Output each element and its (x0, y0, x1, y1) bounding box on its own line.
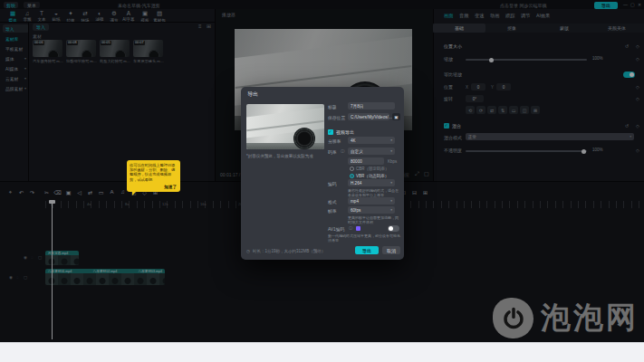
video-export-checkbox[interactable]: ✓ (328, 129, 333, 135)
bitrate-value: 自定义 (351, 149, 363, 154)
codec-label: 编码 (328, 181, 337, 186)
clock-icon: ◷ (246, 249, 250, 254)
bitrate-select[interactable]: 自定义▾ (348, 148, 395, 155)
export-confirm-label: 导出 (362, 248, 371, 253)
format-value: mp4 (351, 199, 359, 204)
format-label: 格式 (328, 199, 337, 205)
export-cancel-button[interactable]: 取消 (382, 246, 400, 254)
export-preview (246, 104, 324, 149)
title-field[interactable]: 7月8日 (348, 102, 395, 110)
windows-taskbar: 大风预警 12°C 搜索 ∧ 英 13:37 2023/3/28 (0, 342, 644, 362)
dialog-title: 导出 (247, 91, 258, 98)
av1-hint: 新一代编码格式压缩率更高，部分设备可能无法播放 (328, 233, 400, 243)
radio-on-icon (350, 174, 354, 178)
info-icon: ⓘ (349, 226, 353, 232)
preview-caption: *封面仅供预览，导出效果以实际为准 (246, 154, 313, 159)
codec-select[interactable]: H.264▾ (348, 179, 395, 186)
chevron-down-icon: ▾ (390, 208, 392, 212)
resolution-label: 分辨率 (328, 138, 341, 144)
cbr-label: CBR（固定码率） (356, 167, 389, 172)
codec-hint: 兼容性最好的编码格式，适合在各类设备和平台上播放 (348, 188, 400, 197)
fps-value: 60fps (351, 208, 360, 213)
vbr-radio[interactable]: VBR（动态码率） (350, 174, 389, 179)
export-cancel-label: 取消 (387, 248, 396, 253)
format-select[interactable]: mp4▾ (348, 197, 395, 205)
paopao-watermark: 泡泡网 (493, 298, 639, 338)
fps-label: 帧率 (328, 208, 337, 214)
radio-off-icon (350, 167, 354, 171)
power-logo-icon (493, 298, 533, 338)
export-meta: 时长：1分19秒，大小约312MB（预估） (253, 249, 325, 254)
onboarding-tooltip: 你可以在时间线上整理已添加的素材：分割、删除、调整顺序，快速完成视频粗剪，试试看… (127, 160, 180, 192)
tooltip-got-it-button[interactable]: 知道了 (164, 185, 177, 189)
codec-value: H.264 (351, 181, 361, 186)
tooltip-text: 你可以在时间线上整理已添加的素材：分割、删除、调整顺序，快速完成视频粗剪，试试看… (130, 163, 178, 182)
fps-select[interactable]: 60fps▾ (348, 206, 395, 214)
path-label: 保存位置 (328, 115, 345, 120)
kbps-value: 80000 (351, 159, 362, 164)
title-value: 7月8日 (351, 104, 363, 109)
video-export-label: 视频导出 (336, 129, 354, 135)
av1-toggle[interactable] (388, 225, 399, 232)
path-value: C:/Users/My/Videos/… (351, 115, 392, 119)
fps-hint: 更高的帧率让画面更加流畅，同时增大文件体积 (348, 215, 400, 224)
bitrate-label: 码率 (328, 149, 337, 155)
chevron-down-icon: ▾ (390, 138, 392, 142)
bitrate-input[interactable]: 80000 (348, 157, 384, 165)
chevron-down-icon: ▾ (390, 181, 392, 185)
folder-icon: ▣ (394, 115, 398, 119)
title-label: 标题 (328, 104, 337, 110)
watermark-text: 泡泡网 (541, 298, 639, 338)
resolution-value: 4K (351, 138, 356, 143)
browse-folder-button[interactable]: ▣ (392, 113, 400, 120)
power-icon (502, 307, 525, 330)
check-icon: ✓ (329, 129, 332, 134)
chevron-down-icon: ▾ (390, 199, 392, 203)
chevron-down-icon: ▾ (390, 149, 392, 153)
info-icon: ⓘ (341, 149, 345, 155)
cbr-radio[interactable]: CBR（固定码率） (350, 167, 389, 172)
car-wheel (293, 128, 315, 149)
av1-label: AV1编码 (328, 226, 344, 232)
vbr-label: VBR（动态码率） (356, 174, 389, 179)
path-field[interactable]: C:/Users/My/Videos/… (348, 113, 389, 120)
av1-badge-icon (356, 226, 360, 231)
kbps-unit: Kbps (388, 159, 397, 165)
export-confirm-button[interactable]: 导出 (355, 246, 379, 254)
resolution-select[interactable]: 4K▾ (348, 137, 395, 144)
